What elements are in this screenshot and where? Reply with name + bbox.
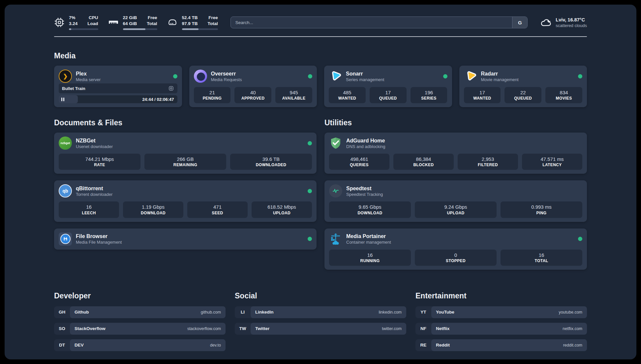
stat-label: RUNNING (330, 258, 410, 263)
overseerr-icon (194, 70, 207, 83)
nzbget-icon: nzbget (59, 136, 72, 150)
disk-label-top: Free (208, 15, 218, 21)
stat-value: 945 (277, 89, 311, 96)
stat-label: DOWNLOAD (124, 211, 182, 215)
ram-widget: 22 GiB 64 GiB Free Total (108, 15, 157, 30)
link-reddit[interactable]: RE Reddit reddit.com (415, 339, 587, 351)
app-card-adguard[interactable]: AdGuard Home DNS and adblocking 498,461 … (324, 133, 587, 174)
app-name: Sonarr (346, 71, 384, 77)
stat-label: RATE (60, 163, 139, 167)
app-card-nzbget[interactable]: nzbget NZBGet Usenet downloader 744.21 M… (54, 133, 317, 174)
link-twitter[interactable]: TW Twitter twitter.com (235, 323, 406, 335)
stat-value: 9.24 Gbps (416, 204, 495, 210)
status-dot-online (173, 74, 177, 78)
app-card-qbittorrent[interactable]: qb qBittorrent Torrent downloader 16 LEE… (54, 180, 317, 222)
link-url: linkedin.com (379, 310, 402, 315)
utilities-column: Utilities AdGuard Home DNS and adblockin… (324, 118, 587, 276)
link-name: YouTube (436, 310, 454, 315)
status-dot-online (443, 74, 447, 78)
header-divider (54, 36, 587, 37)
cpu-progress-fill (69, 28, 71, 30)
stat-box: 40 APPROVED (234, 87, 271, 103)
app-card-overseerr[interactable]: Overseerr Media Requests 21 PENDING 40 A… (189, 66, 317, 107)
stat-label: UPLOAD (253, 211, 311, 215)
ram-label-bottom: Total (147, 21, 157, 27)
player-time: 24:44 / 02:06:47 (142, 97, 174, 102)
app-card-speedtest[interactable]: Speedtest Speedtest Tracking 9.65 Gbps D… (324, 180, 587, 222)
link-name: LinkedIn (255, 310, 274, 315)
link-abbr: RE (415, 339, 431, 351)
link-name: Reddit (436, 343, 450, 348)
link-stackoverflow[interactable]: SO StackOverflow stackoverflow.com (54, 323, 226, 335)
stat-box: 2,953 FILTERED (458, 154, 518, 170)
stat-label: PING (502, 211, 581, 215)
section-title-documents: Documents & Files (54, 118, 317, 127)
ram-free: 22 GiB (123, 15, 137, 21)
stat-label: UPLOAD (416, 211, 495, 215)
qbittorrent-icon: qb (59, 184, 72, 197)
stat-box: 86,384 BLOCKED (393, 154, 454, 170)
stat-value: 16 (60, 204, 118, 210)
app-card-sonarr[interactable]: Sonarr Series management 485 WANTED 17 Q… (324, 66, 452, 107)
pause-button[interactable] (59, 95, 78, 103)
stat-value: 471 (189, 204, 246, 210)
link-github[interactable]: GH Github github.com (54, 306, 226, 318)
stat-box: 9.65 Gbps DOWNLOAD (329, 201, 411, 218)
app-card-plex[interactable]: ❯ Plex Media server Bullet Train (54, 66, 182, 107)
weather-location-temp: Lviv, 16.87°C (556, 17, 587, 23)
stat-label: AVAILABLE (277, 96, 311, 101)
developer-section: Developer GH Github github.com SO StackO… (54, 291, 226, 356)
player-progress-bar[interactable]: 24:44 / 02:06:47 (59, 95, 177, 103)
stat-box: 196 SERIES (411, 87, 447, 103)
app-name: AdGuard Home (346, 137, 385, 144)
stat-value: 9.65 Gbps (330, 204, 410, 210)
radarr-icon (464, 70, 477, 83)
stat-value: 266 GB (146, 156, 225, 163)
link-netflix[interactable]: NF Netflix netflix.com (415, 323, 587, 335)
stat-box: 16 LEECH (59, 201, 119, 218)
section-title-media: Media (54, 51, 587, 60)
stat-box: 17 WANTED (464, 87, 501, 103)
app-name: Speedtest (346, 185, 383, 192)
stat-label: FILTERED (459, 163, 517, 167)
stat-box: 471 SEED (187, 201, 248, 218)
section-title-entertainment: Entertainment (415, 291, 587, 300)
stat-value: 498,461 (330, 156, 388, 163)
cloud-icon (540, 16, 552, 28)
app-desc: Media Requests (211, 77, 242, 82)
link-abbr: GH (54, 306, 70, 318)
weather-condition: scattered clouds (556, 23, 587, 28)
stat-label: LATENCY (523, 163, 581, 167)
link-dev[interactable]: DT DEV dev.to (54, 339, 226, 351)
stat-box: 485 WANTED (329, 87, 366, 103)
link-name: Twitter (255, 326, 269, 331)
stat-box: 39.6 TB DOWNLOADED (230, 154, 312, 170)
stat-label: SERIES (412, 96, 446, 101)
media-grid: ❯ Plex Media server Bullet Train (54, 66, 587, 107)
stat-box: 834 MOVIES (545, 87, 582, 103)
link-linkedin[interactable]: LI LinkedIn linkedin.com (235, 306, 406, 318)
ram-icon (108, 17, 119, 28)
media-settings-icon[interactable] (168, 85, 174, 91)
status-dot-online (308, 189, 312, 193)
stat-value: 40 (236, 89, 270, 96)
app-card-portainer[interactable]: Media Portainer Container management 16 … (324, 228, 587, 270)
app-card-filebrowser[interactable]: File Browser Media File Management (54, 228, 317, 250)
stat-box: 618.52 Mbps UPLOAD (252, 201, 312, 218)
app-desc: Media server (76, 77, 101, 82)
stat-value: 21 (195, 89, 229, 96)
stat-label: WANTED (330, 96, 364, 101)
link-abbr: LI (235, 306, 251, 318)
link-url: reddit.com (563, 343, 582, 348)
cpu-icon (54, 17, 65, 28)
app-card-radarr[interactable]: Radarr Movie management 17 WANTED 22 QUE… (459, 66, 587, 107)
cpu-widget: 7% 3.24 CPU Load (54, 15, 98, 30)
stat-label: SEED (189, 211, 246, 215)
search-input[interactable] (231, 17, 512, 28)
link-youtube[interactable]: YT YouTube youtube.com (415, 306, 587, 318)
stat-box: 498,461 QUERIES (329, 154, 389, 170)
app-desc: Torrent downloader (76, 192, 112, 197)
search-engine-button[interactable]: G (512, 17, 527, 28)
app-name: Media Portainer (346, 233, 391, 240)
link-name: Github (75, 310, 89, 315)
